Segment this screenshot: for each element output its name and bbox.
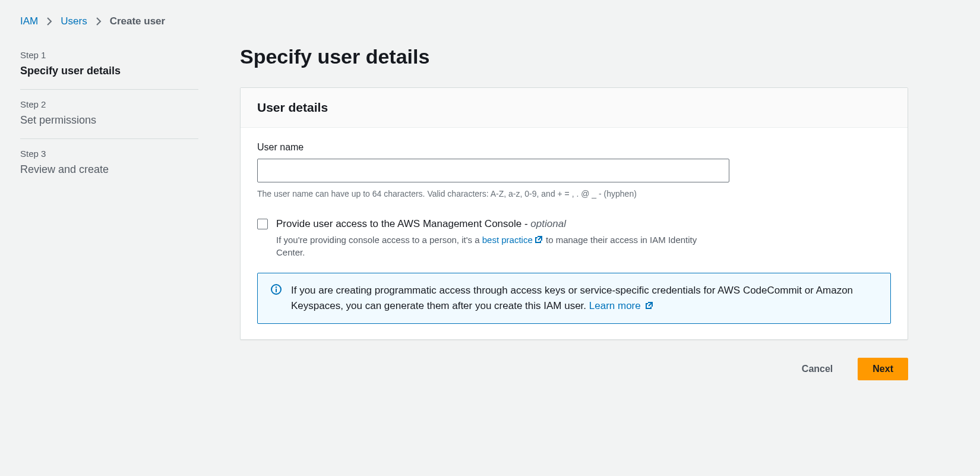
wizard-step-2[interactable]: Step 2 Set permissions <box>20 90 198 139</box>
step-title: Set permissions <box>20 113 198 128</box>
best-practice-link[interactable]: best practice <box>482 235 543 245</box>
info-icon <box>271 284 282 298</box>
wizard-step-3[interactable]: Step 3 Review and create <box>20 139 198 188</box>
step-title: Specify user details <box>20 64 198 78</box>
main-content: Specify user details User details User n… <box>240 40 908 380</box>
username-hint: The user name can have up to 64 characte… <box>257 188 891 200</box>
external-link-icon <box>644 301 654 310</box>
username-input[interactable] <box>257 159 729 182</box>
console-access-checkbox[interactable] <box>257 219 268 229</box>
step-kicker: Step 3 <box>20 147 198 160</box>
svg-point-1 <box>276 286 277 288</box>
info-alert-text: If you are creating programmatic access … <box>291 283 877 314</box>
user-details-panel: User details User name The user name can… <box>240 87 908 340</box>
step-kicker: Step 2 <box>20 98 198 111</box>
console-access-description: If you're providing console access to a … <box>276 234 704 259</box>
best-practice-link-text: best practice <box>482 235 533 245</box>
console-access-label[interactable]: Provide user access to the AWS Managemen… <box>276 218 566 229</box>
svg-rect-2 <box>276 288 277 292</box>
step-title: Review and create <box>20 162 198 177</box>
step-kicker: Step 1 <box>20 49 198 61</box>
console-access-desc-before: If you're providing console access to a … <box>276 235 482 245</box>
username-label: User name <box>257 141 891 154</box>
panel-header: User details <box>241 88 908 127</box>
info-alert: If you are creating programmatic access … <box>257 273 891 324</box>
wizard-steps: Step 1 Specify user details Step 2 Set p… <box>20 40 198 188</box>
wizard-actions: Cancel Next <box>240 358 908 380</box>
console-access-label-optional: optional <box>530 218 566 229</box>
learn-more-link-text: Learn more <box>589 300 641 311</box>
page-title: Specify user details <box>240 43 908 71</box>
panel-title: User details <box>257 99 891 116</box>
next-button[interactable]: Next <box>858 358 908 380</box>
chevron-right-icon <box>46 17 52 26</box>
breadcrumb-current: Create user <box>110 14 166 29</box>
chevron-right-icon <box>96 17 102 26</box>
learn-more-link[interactable]: Learn more <box>589 300 655 311</box>
breadcrumb-link-users[interactable]: Users <box>61 14 87 29</box>
wizard-step-1[interactable]: Step 1 Specify user details <box>20 40 198 90</box>
breadcrumb-link-iam[interactable]: IAM <box>20 14 38 29</box>
cancel-button[interactable]: Cancel <box>788 358 847 380</box>
external-link-icon <box>534 235 543 244</box>
breadcrumb: IAM Users Create user <box>20 14 960 29</box>
info-alert-body: If you are creating programmatic access … <box>291 285 853 311</box>
console-access-label-main: Provide user access to the AWS Managemen… <box>276 218 530 229</box>
